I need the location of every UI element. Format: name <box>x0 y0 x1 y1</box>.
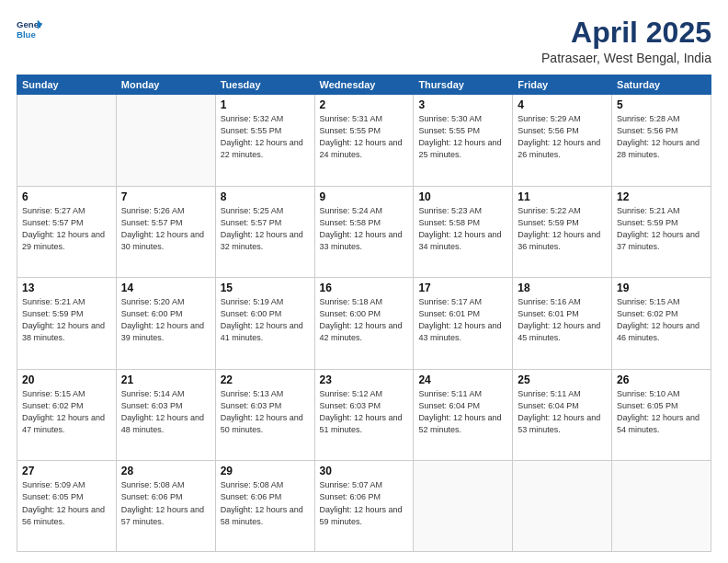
day-number: 7 <box>121 190 210 203</box>
day-number: 23 <box>320 373 409 386</box>
table-row: 19Sunrise: 5:15 AMSunset: 6:02 PMDayligh… <box>612 278 711 370</box>
table-row: 6Sunrise: 5:27 AMSunset: 5:57 PMDaylight… <box>17 186 117 278</box>
day-number: 26 <box>617 373 706 386</box>
table-row: 15Sunrise: 5:19 AMSunset: 6:00 PMDayligh… <box>215 278 314 370</box>
table-row: 9Sunrise: 5:24 AMSunset: 5:58 PMDaylight… <box>314 186 414 278</box>
day-info: Sunrise: 5:25 AMSunset: 5:57 PMDaylight:… <box>221 205 310 253</box>
day-number: 16 <box>320 282 409 294</box>
table-row: 12Sunrise: 5:21 AMSunset: 5:59 PMDayligh… <box>612 186 711 278</box>
day-info: Sunrise: 5:27 AMSunset: 5:57 PMDaylight:… <box>22 205 111 253</box>
day-number: 12 <box>617 190 706 203</box>
calendar-table: Sunday Monday Tuesday Wednesday Thursday… <box>17 75 711 552</box>
day-info: Sunrise: 5:08 AMSunset: 6:06 PMDaylight:… <box>121 479 210 527</box>
col-friday: Friday <box>513 75 612 95</box>
day-number: 13 <box>22 282 111 294</box>
day-info: Sunrise: 5:18 AMSunset: 6:00 PMDaylight:… <box>320 296 409 344</box>
table-row: 25Sunrise: 5:11 AMSunset: 6:04 PMDayligh… <box>513 369 612 461</box>
logo: General Blue <box>17 17 42 42</box>
table-row: 2Sunrise: 5:31 AMSunset: 5:55 PMDaylight… <box>314 95 414 187</box>
day-number: 28 <box>121 465 210 477</box>
day-info: Sunrise: 5:21 AMSunset: 5:59 PMDaylight:… <box>22 296 111 344</box>
day-info: Sunrise: 5:31 AMSunset: 5:55 PMDaylight:… <box>320 113 409 161</box>
table-row: 14Sunrise: 5:20 AMSunset: 6:00 PMDayligh… <box>116 278 215 370</box>
day-info: Sunrise: 5:09 AMSunset: 6:05 PMDaylight:… <box>22 479 111 527</box>
table-row: 1Sunrise: 5:32 AMSunset: 5:55 PMDaylight… <box>215 95 314 187</box>
table-row: 28Sunrise: 5:08 AMSunset: 6:06 PMDayligh… <box>116 461 215 552</box>
title-month: April 2025 <box>541 17 711 49</box>
day-number: 1 <box>221 98 310 111</box>
day-info: Sunrise: 5:30 AMSunset: 5:55 PMDaylight:… <box>418 113 507 161</box>
table-row <box>414 461 513 552</box>
day-number: 15 <box>221 282 310 294</box>
table-row: 16Sunrise: 5:18 AMSunset: 6:00 PMDayligh… <box>314 278 414 370</box>
table-row: 27Sunrise: 5:09 AMSunset: 6:05 PMDayligh… <box>17 461 117 552</box>
table-row: 21Sunrise: 5:14 AMSunset: 6:03 PMDayligh… <box>116 369 215 461</box>
table-row <box>612 461 711 552</box>
col-monday: Monday <box>116 75 215 95</box>
day-number: 6 <box>22 190 111 203</box>
svg-text:Blue: Blue <box>17 29 36 40</box>
table-row <box>513 461 612 552</box>
day-number: 21 <box>121 373 210 386</box>
day-info: Sunrise: 5:32 AMSunset: 5:55 PMDaylight:… <box>221 113 310 161</box>
table-row: 29Sunrise: 5:08 AMSunset: 6:06 PMDayligh… <box>215 461 314 552</box>
table-row: 18Sunrise: 5:16 AMSunset: 6:01 PMDayligh… <box>513 278 612 370</box>
col-saturday: Saturday <box>612 75 711 95</box>
table-row: 10Sunrise: 5:23 AMSunset: 5:58 PMDayligh… <box>414 186 513 278</box>
day-number: 29 <box>221 465 310 477</box>
day-info: Sunrise: 5:13 AMSunset: 6:03 PMDaylight:… <box>221 388 310 436</box>
day-info: Sunrise: 5:17 AMSunset: 6:01 PMDaylight:… <box>418 296 507 344</box>
table-row: 24Sunrise: 5:11 AMSunset: 6:04 PMDayligh… <box>414 369 513 461</box>
day-info: Sunrise: 5:15 AMSunset: 6:02 PMDaylight:… <box>22 388 111 436</box>
day-number: 10 <box>418 190 507 203</box>
day-number: 25 <box>518 373 607 386</box>
table-row: 30Sunrise: 5:07 AMSunset: 6:06 PMDayligh… <box>314 461 414 552</box>
day-info: Sunrise: 5:15 AMSunset: 6:02 PMDaylight:… <box>617 296 706 344</box>
day-number: 30 <box>320 465 409 477</box>
day-number: 22 <box>221 373 310 386</box>
day-number: 11 <box>518 190 607 203</box>
day-info: Sunrise: 5:19 AMSunset: 6:00 PMDaylight:… <box>221 296 310 344</box>
day-number: 9 <box>320 190 409 203</box>
day-number: 19 <box>617 282 706 294</box>
day-info: Sunrise: 5:23 AMSunset: 5:58 PMDaylight:… <box>418 205 507 253</box>
col-sunday: Sunday <box>17 75 117 95</box>
day-number: 27 <box>22 465 111 477</box>
day-number: 17 <box>418 282 507 294</box>
day-info: Sunrise: 5:07 AMSunset: 6:06 PMDaylight:… <box>320 479 409 527</box>
table-row: 4Sunrise: 5:29 AMSunset: 5:56 PMDaylight… <box>513 95 612 187</box>
day-info: Sunrise: 5:26 AMSunset: 5:57 PMDaylight:… <box>121 205 210 253</box>
title-block: April 2025 Patrasaer, West Bengal, India <box>541 17 711 65</box>
day-number: 5 <box>617 98 706 111</box>
table-row: 23Sunrise: 5:12 AMSunset: 6:03 PMDayligh… <box>314 369 414 461</box>
logo-icon: General Blue <box>17 17 42 42</box>
day-info: Sunrise: 5:24 AMSunset: 5:58 PMDaylight:… <box>320 205 409 253</box>
day-info: Sunrise: 5:10 AMSunset: 6:05 PMDaylight:… <box>617 388 706 436</box>
title-location: Patrasaer, West Bengal, India <box>541 51 711 65</box>
day-info: Sunrise: 5:12 AMSunset: 6:03 PMDaylight:… <box>320 388 409 436</box>
day-info: Sunrise: 5:11 AMSunset: 6:04 PMDaylight:… <box>418 388 507 436</box>
table-row: 26Sunrise: 5:10 AMSunset: 6:05 PMDayligh… <box>612 369 711 461</box>
day-info: Sunrise: 5:21 AMSunset: 5:59 PMDaylight:… <box>617 205 706 253</box>
day-info: Sunrise: 5:20 AMSunset: 6:00 PMDaylight:… <box>121 296 210 344</box>
table-row <box>116 95 215 187</box>
day-number: 14 <box>121 282 210 294</box>
day-info: Sunrise: 5:22 AMSunset: 5:59 PMDaylight:… <box>518 205 607 253</box>
day-number: 2 <box>320 98 409 111</box>
table-row <box>17 95 117 187</box>
col-wednesday: Wednesday <box>314 75 414 95</box>
day-number: 8 <box>221 190 310 203</box>
table-row: 5Sunrise: 5:28 AMSunset: 5:56 PMDaylight… <box>612 95 711 187</box>
table-row: 22Sunrise: 5:13 AMSunset: 6:03 PMDayligh… <box>215 369 314 461</box>
day-number: 18 <box>518 282 607 294</box>
header: General Blue April 2025 Patrasaer, West … <box>17 17 711 65</box>
col-thursday: Thursday <box>414 75 513 95</box>
calendar-header-row: Sunday Monday Tuesday Wednesday Thursday… <box>17 75 711 95</box>
day-info: Sunrise: 5:28 AMSunset: 5:56 PMDaylight:… <box>617 113 706 161</box>
day-number: 4 <box>518 98 607 111</box>
day-info: Sunrise: 5:16 AMSunset: 6:01 PMDaylight:… <box>518 296 607 344</box>
table-row: 11Sunrise: 5:22 AMSunset: 5:59 PMDayligh… <box>513 186 612 278</box>
day-info: Sunrise: 5:11 AMSunset: 6:04 PMDaylight:… <box>518 388 607 436</box>
table-row: 8Sunrise: 5:25 AMSunset: 5:57 PMDaylight… <box>215 186 314 278</box>
day-info: Sunrise: 5:14 AMSunset: 6:03 PMDaylight:… <box>121 388 210 436</box>
